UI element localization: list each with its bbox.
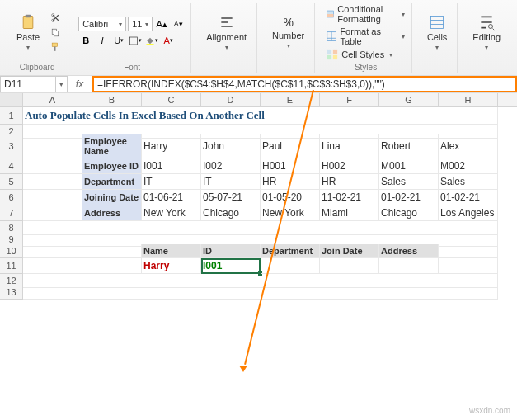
cells-button[interactable]: Cells ▾ bbox=[422, 11, 452, 54]
name-box-dropdown[interactable]: ▾ bbox=[56, 76, 68, 92]
cell[interactable]: IT bbox=[142, 174, 201, 190]
cell[interactable] bbox=[23, 158, 82, 174]
increase-font-button[interactable]: A▴ bbox=[154, 17, 169, 31]
clipboard-label: Clipboard bbox=[20, 63, 55, 72]
lookup-address-cell[interactable] bbox=[379, 258, 439, 274]
alignment-button[interactable]: Alignment ▾ bbox=[201, 11, 251, 54]
row-header[interactable]: 1 bbox=[0, 107, 23, 125]
lookup-name-cell[interactable]: Harry bbox=[142, 258, 201, 274]
cell[interactable]: Paul bbox=[261, 134, 320, 158]
format-as-table-button[interactable]: Format as Table▾ bbox=[325, 26, 407, 47]
cell[interactable]: M001 bbox=[379, 158, 439, 174]
cell[interactable]: New York bbox=[261, 205, 320, 221]
cell[interactable]: HR bbox=[320, 174, 379, 190]
cell[interactable]: John bbox=[201, 134, 261, 158]
cell[interactable] bbox=[82, 258, 142, 274]
font-color-button[interactable]: A▾ bbox=[161, 33, 176, 48]
format-painter-button[interactable] bbox=[48, 40, 63, 54]
cell[interactable]: H002 bbox=[320, 158, 379, 174]
col-header[interactable]: B bbox=[82, 93, 142, 106]
decrease-font-button[interactable]: A▾ bbox=[171, 17, 186, 31]
cell[interactable]: Harry bbox=[142, 134, 201, 158]
cell[interactable] bbox=[23, 190, 82, 205]
cell[interactable] bbox=[23, 244, 82, 258]
fill-color-button[interactable]: ▾ bbox=[144, 33, 159, 48]
lookup-header[interactable]: Department bbox=[261, 244, 320, 258]
col-header[interactable]: H bbox=[439, 93, 498, 106]
col-header[interactable]: C bbox=[142, 93, 201, 106]
lookup-joindate-cell[interactable] bbox=[320, 258, 379, 274]
cell[interactable]: Robert bbox=[379, 134, 439, 158]
cell[interactable]: M002 bbox=[439, 158, 498, 174]
row-header[interactable]: 6 bbox=[0, 190, 23, 205]
cell[interactable]: 05-07-21 bbox=[201, 190, 261, 205]
cell[interactable] bbox=[439, 244, 498, 258]
table-header[interactable]: Employee Name bbox=[82, 134, 142, 158]
row-header[interactable]: 11 bbox=[0, 258, 23, 274]
font-size-combo[interactable]: 11▾ bbox=[128, 17, 153, 31]
lookup-id-cell[interactable]: I001 bbox=[201, 258, 261, 274]
cell[interactable]: 01-02-21 bbox=[439, 190, 498, 205]
underline-button[interactable]: U▾ bbox=[111, 33, 126, 48]
svg-rect-5 bbox=[54, 31, 58, 36]
cell[interactable]: IT bbox=[201, 174, 261, 190]
cell[interactable]: Chicago bbox=[379, 205, 439, 221]
table-header[interactable]: Department bbox=[82, 174, 142, 190]
cell[interactable]: Sales bbox=[439, 174, 498, 190]
lookup-header[interactable]: Join Date bbox=[320, 244, 379, 258]
cell[interactable]: 01-06-21 bbox=[142, 190, 201, 205]
paste-button[interactable]: Paste ▾ bbox=[12, 11, 45, 54]
border-button[interactable]: ▾ bbox=[128, 33, 143, 48]
align-icon bbox=[219, 14, 235, 31]
cell[interactable]: Miami bbox=[320, 205, 379, 221]
cell[interactable]: Alex bbox=[439, 134, 498, 158]
cell[interactable] bbox=[439, 258, 498, 274]
cell[interactable]: Sales bbox=[379, 174, 439, 190]
row-header[interactable]: 7 bbox=[0, 205, 23, 221]
copy-button[interactable] bbox=[48, 25, 63, 40]
col-header[interactable]: D bbox=[201, 93, 261, 106]
formula-input[interactable]: =IFERROR(INDEX($C$4:$H$4,MATCH($C$11,$C$… bbox=[92, 76, 517, 92]
cell[interactable]: 11-02-21 bbox=[320, 190, 379, 205]
select-all[interactable] bbox=[0, 93, 23, 106]
row-header[interactable]: 3 bbox=[0, 134, 23, 158]
cell[interactable]: H001 bbox=[261, 158, 320, 174]
table-header[interactable]: Joining Date bbox=[82, 190, 142, 205]
row-header[interactable]: 10 bbox=[0, 244, 23, 258]
cell[interactable]: 01-05-20 bbox=[261, 190, 320, 205]
table-header[interactable]: Address bbox=[82, 205, 142, 221]
editing-button[interactable]: Editing ▾ bbox=[468, 11, 505, 54]
cell[interactable]: I001 bbox=[142, 158, 201, 174]
row-header[interactable]: 5 bbox=[0, 174, 23, 190]
cell[interactable]: New York bbox=[142, 205, 201, 221]
lookup-header[interactable]: Name bbox=[142, 244, 201, 258]
lookup-header[interactable]: ID bbox=[201, 244, 261, 258]
fx-button[interactable]: fx bbox=[68, 76, 92, 92]
number-button[interactable]: % Number ▾ bbox=[267, 12, 309, 53]
lookup-header[interactable]: Address bbox=[379, 244, 439, 258]
font-name-combo[interactable]: Calibri▾ bbox=[78, 17, 126, 31]
cell[interactable]: Chicago bbox=[201, 205, 261, 221]
row-header[interactable]: 13 bbox=[0, 286, 23, 300]
cell-styles-button[interactable]: Cell Styles▾ bbox=[325, 48, 407, 61]
cell[interactable] bbox=[23, 258, 82, 274]
cell[interactable]: Lina bbox=[320, 134, 379, 158]
bold-button[interactable]: B bbox=[78, 33, 93, 48]
row-header[interactable]: 4 bbox=[0, 158, 23, 174]
cell[interactable]: 01-02-21 bbox=[379, 190, 439, 205]
cell[interactable] bbox=[82, 244, 142, 258]
title-cell[interactable]: Auto Populate Cells In Excel Based On An… bbox=[23, 107, 498, 125]
col-header[interactable]: F bbox=[320, 93, 379, 106]
cell[interactable] bbox=[23, 134, 82, 158]
cell[interactable]: I002 bbox=[201, 158, 261, 174]
cell[interactable] bbox=[23, 205, 82, 221]
col-header[interactable]: G bbox=[379, 93, 439, 106]
table-header[interactable]: Employee ID bbox=[82, 158, 142, 174]
italic-button[interactable]: I bbox=[95, 33, 110, 48]
cell[interactable] bbox=[23, 174, 82, 190]
name-box[interactable]: D11 bbox=[0, 76, 56, 92]
conditional-formatting-button[interactable]: Conditional Formatting▾ bbox=[325, 3, 407, 25]
cell[interactable]: Los Angeles bbox=[439, 205, 498, 221]
col-header[interactable]: A bbox=[23, 93, 82, 106]
cut-button[interactable] bbox=[48, 10, 63, 25]
